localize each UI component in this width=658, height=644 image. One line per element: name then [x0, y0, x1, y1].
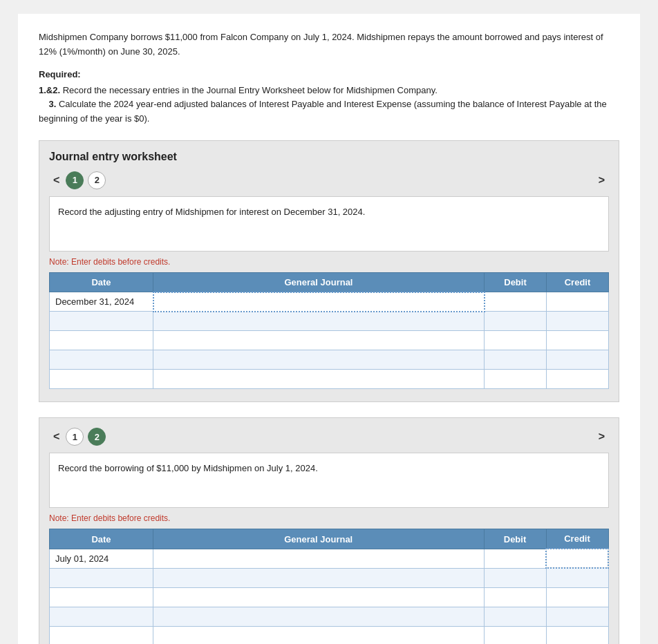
worksheet1-row4-credit[interactable] [547, 350, 609, 370]
worksheet1-instruction-box: Record the adjusting entry of Midshipmen… [49, 196, 609, 252]
worksheet1-row2-debit[interactable] [485, 312, 547, 331]
worksheet2-btn1[interactable]: 1 [66, 428, 84, 446]
worksheet1-row5-credit-input[interactable] [547, 370, 608, 388]
worksheet2-row5-credit-input[interactable] [547, 627, 608, 644]
worksheet1-row2-credit-input[interactable] [547, 312, 608, 330]
worksheet2-header-credit: Credit [546, 529, 608, 549]
worksheet2-row1-journal-input[interactable] [153, 549, 484, 568]
worksheet1-row5-date [50, 370, 153, 389]
worksheet2-table: Date General Journal Debit Credit July 0… [49, 529, 609, 644]
worksheet1-row5-debit-input[interactable] [485, 370, 546, 388]
worksheet2-row2-date [50, 568, 153, 587]
worksheet1-header-credit: Credit [547, 272, 609, 292]
worksheet2-row5-date [50, 626, 153, 644]
worksheet2-prev-arrow[interactable]: < [49, 429, 64, 444]
worksheet1-row4-journal[interactable] [153, 350, 485, 370]
worksheet1-row5-journal-input[interactable] [153, 370, 484, 388]
worksheet2-row1-credit-input[interactable] [547, 549, 608, 567]
worksheet1: Journal entry worksheet < 1 2 > Record t… [39, 140, 619, 403]
worksheet1-row4-date [50, 350, 153, 370]
worksheet1-row4-journal-input[interactable] [153, 350, 484, 369]
worksheet2-row4-debit-input[interactable] [485, 607, 546, 626]
worksheet2-row3-debit[interactable] [484, 587, 546, 607]
worksheet2-row1-date: July 01, 2024 [50, 549, 153, 568]
table-row [50, 331, 609, 350]
table-row [50, 568, 609, 587]
worksheet1-row4-debit[interactable] [485, 350, 547, 370]
worksheet2-row3-debit-input[interactable] [485, 588, 546, 607]
worksheet1-row1-credit[interactable] [547, 292, 609, 312]
worksheet1-instruction-text: Record the adjusting entry of Midshipmen… [58, 207, 365, 217]
instructions: 1.&2. Record the necessary entries in th… [39, 84, 619, 126]
worksheet1-row4-debit-input[interactable] [485, 350, 546, 369]
table-row: December 31, 2024 [50, 292, 609, 312]
worksheet1-row3-credit[interactable] [547, 331, 609, 350]
worksheet1-row3-credit-input[interactable] [547, 331, 608, 350]
worksheet1-row5-debit[interactable] [485, 370, 547, 389]
table-row [50, 350, 609, 370]
worksheet2-row5-journal[interactable] [153, 626, 485, 644]
worksheet2-header-debit: Debit [484, 529, 546, 549]
worksheet2-row1-credit[interactable] [546, 549, 608, 568]
table-row: July 01, 2024 [50, 549, 609, 568]
worksheet2-row2-debit[interactable] [484, 568, 546, 587]
worksheet2-row2-credit[interactable] [546, 568, 608, 587]
worksheet1-row5-credit[interactable] [547, 370, 609, 389]
worksheet1-row1-debit-input[interactable] [485, 292, 547, 311]
worksheet2-row4-journal[interactable] [153, 607, 485, 626]
worksheet2-row1-debit-input[interactable] [485, 549, 546, 568]
worksheet1-row2-credit[interactable] [547, 312, 609, 331]
worksheet2-row4-credit[interactable] [546, 607, 608, 626]
worksheet2-row1-journal[interactable] [153, 549, 485, 568]
worksheet2-row2-journal-input[interactable] [153, 569, 484, 587]
worksheet2-header-journal: General Journal [153, 529, 485, 549]
page: Midshipmen Company borrows $11,000 from … [18, 14, 640, 644]
worksheet2-instruction-box: Record the borrowing of $11,000 by Midsh… [49, 453, 609, 508]
worksheet1-row5-journal[interactable] [153, 370, 485, 389]
worksheet1-row2-journal[interactable] [153, 312, 485, 331]
worksheet2-row5-journal-input[interactable] [153, 627, 484, 644]
worksheet1-row4-credit-input[interactable] [547, 350, 608, 369]
intro-paragraph: Midshipmen Company borrows $11,000 from … [39, 30, 619, 59]
worksheet2-header-date: Date [50, 529, 153, 549]
worksheet1-row3-date [50, 331, 153, 350]
worksheet1-header-debit: Debit [485, 272, 547, 292]
worksheet1-row3-debit-input[interactable] [485, 331, 546, 350]
worksheet1-row1-debit[interactable] [485, 292, 547, 312]
worksheet1-row2-journal-input[interactable] [153, 312, 484, 331]
worksheet1-row1-journal-input[interactable] [154, 293, 484, 311]
worksheet1-prev-arrow[interactable]: < [49, 173, 64, 188]
worksheet2-next-arrow[interactable]: > [594, 429, 609, 444]
worksheet1-row1-credit-input[interactable] [547, 292, 608, 311]
worksheet2-row3-credit-input[interactable] [547, 588, 608, 607]
worksheet1-row3-journal-input[interactable] [153, 331, 484, 350]
worksheet1-next-arrow[interactable]: > [594, 173, 609, 188]
worksheet2-row2-debit-input[interactable] [485, 569, 546, 587]
worksheet1-row2-debit-input[interactable] [485, 312, 546, 330]
worksheet2-row4-date [50, 607, 153, 626]
worksheet2-nav: < 1 2 > [49, 428, 609, 446]
table-row [50, 312, 609, 331]
worksheet2-row5-debit-input[interactable] [485, 627, 546, 644]
worksheet1-row1-journal[interactable] [153, 292, 485, 312]
worksheet2-row3-journal[interactable] [153, 587, 485, 607]
worksheet2-row1-debit[interactable] [484, 549, 546, 568]
worksheet1-btn2[interactable]: 2 [88, 171, 106, 189]
worksheet1-header-journal: General Journal [153, 272, 485, 292]
worksheet2-row4-debit[interactable] [484, 607, 546, 626]
worksheet2-row3-credit[interactable] [546, 587, 608, 607]
worksheet2-btn2[interactable]: 2 [88, 428, 106, 446]
worksheet2-row4-credit-input[interactable] [547, 607, 608, 626]
worksheet2-row2-credit-input[interactable] [547, 569, 608, 587]
worksheet2-row2-journal[interactable] [153, 568, 485, 587]
instruction-bold1: 1.&2. [39, 85, 60, 95]
worksheet2-row3-journal-input[interactable] [153, 588, 484, 607]
worksheet1-row3-journal[interactable] [153, 331, 485, 350]
worksheet1-btn1[interactable]: 1 [66, 171, 84, 189]
worksheet2-row4-journal-input[interactable] [153, 607, 484, 626]
worksheet2-instruction-text: Record the borrowing of $11,000 by Midsh… [58, 463, 318, 473]
worksheet2-row5-debit[interactable] [484, 626, 546, 644]
worksheet1-row1-date: December 31, 2024 [50, 292, 153, 312]
worksheet2-row5-credit[interactable] [546, 626, 608, 644]
worksheet1-row3-debit[interactable] [485, 331, 547, 350]
